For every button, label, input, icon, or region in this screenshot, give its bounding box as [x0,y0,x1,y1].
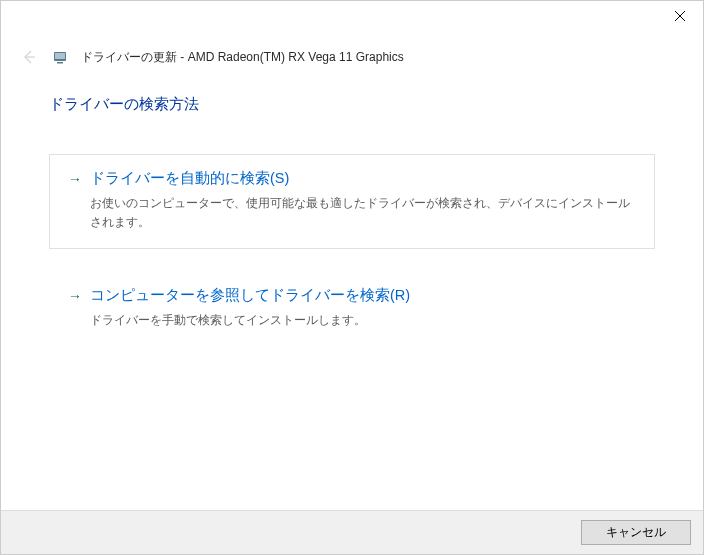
page-heading: ドライバーの検索方法 [49,95,655,114]
close-icon [675,11,685,21]
svg-rect-5 [57,62,63,64]
titlebar [1,1,703,33]
window-title: ドライバーの更新 - AMD Radeon(TM) RX Vega 11 Gra… [81,49,404,66]
footer: キャンセル [1,510,703,554]
option-description: お使いのコンピューターで、使用可能な最も適したドライバーが検索され、デバイスにイ… [68,194,636,232]
svg-rect-4 [55,53,65,59]
option-browse-computer[interactable]: → コンピューターを参照してドライバーを検索(R) ドライバーを手動で検索してイ… [49,271,655,347]
arrow-right-icon: → [68,171,82,187]
arrow-right-icon: → [68,288,82,304]
cancel-button[interactable]: キャンセル [581,520,691,545]
option-description: ドライバーを手動で検索してインストールします。 [68,311,636,330]
close-button[interactable] [657,1,703,31]
option-auto-search[interactable]: → ドライバーを自動的に検索(S) お使いのコンピューターで、使用可能な最も適し… [49,154,655,249]
option-title-row: → ドライバーを自動的に検索(S) [68,169,636,188]
option-title: コンピューターを参照してドライバーを検索(R) [90,286,410,305]
device-icon [51,48,69,66]
option-title-row: → コンピューターを参照してドライバーを検索(R) [68,286,636,305]
back-button [19,47,39,67]
content-area: ドライバーの検索方法 → ドライバーを自動的に検索(S) お使いのコンピューター… [1,67,703,348]
header-row: ドライバーの更新 - AMD Radeon(TM) RX Vega 11 Gra… [1,33,703,67]
option-title: ドライバーを自動的に検索(S) [90,169,289,188]
back-arrow-icon [20,48,38,66]
